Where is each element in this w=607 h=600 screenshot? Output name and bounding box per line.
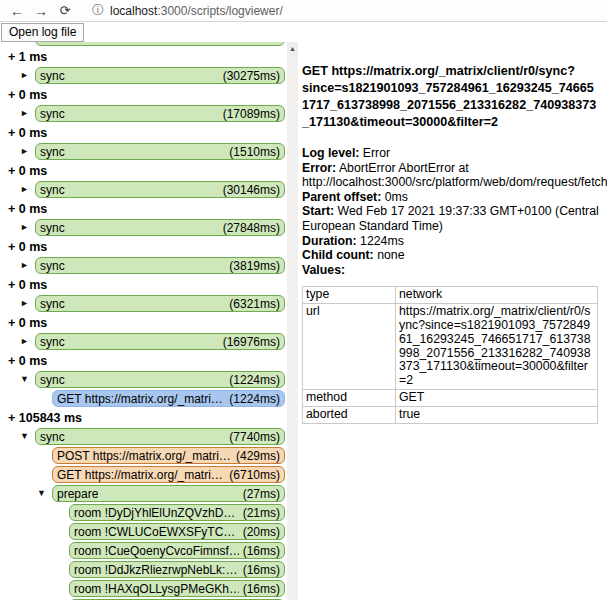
tree-scrollbar[interactable]: ▲ <box>287 42 298 600</box>
time-offset-label: + 1 ms <box>0 47 287 66</box>
log-item-box[interactable] <box>35 42 285 46</box>
log-item-box[interactable]: sync(17089ms) <box>35 105 285 122</box>
expand-arrow-icon[interactable]: ► <box>20 335 29 347</box>
reload-icon[interactable]: ⟳ <box>56 1 74 21</box>
detail-field: Child count: none <box>302 248 601 263</box>
log-item-duration: (429ms) <box>232 449 280 463</box>
log-item-duration: (7740ms) <box>225 430 280 444</box>
expand-arrow-icon[interactable]: ► <box>20 145 29 157</box>
log-item-duration: (6321ms) <box>225 297 280 311</box>
log-item-box[interactable]: sync(1510ms) <box>35 143 285 160</box>
expand-arrow-icon[interactable]: ► <box>20 107 29 119</box>
log-item-box[interactable]: sync(30146ms) <box>35 181 285 198</box>
log-item-duration: (16976ms) <box>219 335 280 349</box>
log-item-duration: (27848ms) <box>219 221 280 235</box>
log-item-box[interactable]: room !CWLUCoEWXSFyTC…(20ms) <box>69 523 285 540</box>
log-item-duration: (16ms) <box>239 544 280 558</box>
log-item-label: room !DdJkzRliezrwpNebLk:… <box>74 563 237 577</box>
log-item-duration: (16ms) <box>239 563 280 577</box>
log-item-box[interactable]: room !HAXqOLLysgPMeGKh…(16ms) <box>69 580 285 597</box>
back-icon[interactable]: ← <box>8 1 26 21</box>
field-label: Values: <box>302 263 345 277</box>
value-content: true <box>396 406 598 423</box>
value-key: type <box>303 287 396 304</box>
log-item: ▼sync(7740ms) <box>0 427 287 446</box>
expand-arrow-icon[interactable]: ► <box>20 297 29 309</box>
time-offset-label: + 0 ms <box>0 199 287 218</box>
log-item-label: POST https://matrix.org/_matri… <box>57 449 231 463</box>
offset-text: + 0 ms <box>0 88 47 102</box>
log-item-box[interactable]: POST https://matrix.org/_matri…(429ms) <box>52 447 285 464</box>
log-item-duration: (1224ms) <box>225 392 280 406</box>
log-item-label: prepare <box>57 487 98 501</box>
collapse-arrow-icon[interactable]: ▼ <box>20 373 29 385</box>
log-item: ▼prepare(27ms) <box>0 484 287 503</box>
log-item: room !HAXqOLLysgPMeGKh…(16ms) <box>0 579 287 598</box>
log-item-label: room !DyDjYhlElUnZQVzhD… <box>74 506 235 520</box>
log-item-box[interactable]: sync(16976ms) <box>35 333 285 350</box>
log-item-box[interactable]: sync(6321ms) <box>35 295 285 312</box>
detail-title: GET https://matrix.org/_matrix/client/r0… <box>302 63 599 131</box>
time-offset-label: + 0 ms <box>0 85 287 104</box>
values-table-row: abortedtrue <box>303 406 598 423</box>
expand-arrow-icon[interactable]: ► <box>20 259 29 271</box>
log-item-duration: (16ms) <box>239 582 280 596</box>
offset-text: + 0 ms <box>0 316 47 330</box>
offset-text: + 105843 ms <box>0 411 82 425</box>
log-item-label: room !CueQoenyCvcoFimnsf… <box>74 544 239 558</box>
log-item: room !CueQoenyCvcoFimnsf…(16ms) <box>0 541 287 560</box>
offset-text: + 0 ms <box>0 278 47 292</box>
collapse-arrow-icon[interactable]: ▼ <box>37 487 46 499</box>
log-item-label: sync <box>40 335 65 349</box>
field-label: Error: <box>302 161 336 175</box>
log-item-duration: (27ms) <box>239 487 280 501</box>
log-tree-panel: + 1 ms►sync(30275ms)+ 0 ms►sync(17089ms)… <box>0 42 298 600</box>
expand-arrow-icon[interactable]: ► <box>20 221 29 233</box>
log-item-box[interactable]: room !DyDjYhlElUnZQVzhD…(21ms) <box>69 504 285 521</box>
log-item: ▼sync(1224ms) <box>0 370 287 389</box>
offset-text: + 0 ms <box>0 240 47 254</box>
log-item-box[interactable]: sync(7740ms) <box>35 428 285 445</box>
expand-arrow-icon[interactable]: ► <box>20 183 29 195</box>
expand-arrow-icon[interactable]: ► <box>20 69 29 81</box>
collapse-arrow-icon[interactable]: ▼ <box>20 430 29 442</box>
log-item-duration: (1224ms) <box>225 373 280 387</box>
detail-fields: Log level: ErrorError: AbortError AbortE… <box>302 146 601 277</box>
value-content: network <box>396 287 598 304</box>
log-item-label: sync <box>40 107 65 121</box>
log-item-duration: (21ms) <box>239 506 280 520</box>
log-item-duration: (30275ms) <box>219 69 280 83</box>
log-item-box[interactable]: room !DdJkzRliezrwpNebLk:…(16ms) <box>69 561 285 578</box>
time-offset-label: + 105843 ms <box>0 408 287 427</box>
log-item-duration: (17089ms) <box>219 107 280 121</box>
info-icon[interactable]: ⓘ <box>92 2 104 19</box>
log-item: ►sync(30275ms) <box>0 66 287 85</box>
field-label: Log level: <box>302 146 359 160</box>
forward-icon[interactable]: → <box>32 1 50 21</box>
log-item-box[interactable]: sync(1224ms) <box>35 371 285 388</box>
log-tree: + 1 ms►sync(30275ms)+ 0 ms►sync(17089ms)… <box>0 42 287 600</box>
log-item-duration: (3819ms) <box>225 259 280 273</box>
detail-field: Values: <box>302 263 601 278</box>
log-item: ►sync(27848ms) <box>0 218 287 237</box>
log-item: room !CWLUCoEWXSFyTC…(20ms) <box>0 522 287 541</box>
log-item-label: sync <box>40 183 65 197</box>
log-item-box[interactable]: sync(27848ms) <box>35 219 285 236</box>
scroll-up-icon[interactable]: ▲ <box>287 42 298 55</box>
log-item-box[interactable]: sync(3819ms) <box>35 257 285 274</box>
log-item: ►sync(16976ms) <box>0 332 287 351</box>
log-item: GET https://matrix.org/_matri…(6710ms) <box>0 465 287 484</box>
log-item-selected: GET https://matrix.org/_matri…(1224ms) <box>0 389 287 408</box>
log-item-duration: (20ms) <box>239 525 280 539</box>
url-path: :3000/scripts/logviewer/ <box>157 4 282 18</box>
time-offset-label: + 0 ms <box>0 351 287 370</box>
log-item-box[interactable]: room !CueQoenyCvcoFimnsf…(16ms) <box>69 542 285 559</box>
log-item-box[interactable]: GET https://matrix.org/_matri…(6710ms) <box>52 466 285 483</box>
log-item-box[interactable]: sync(30275ms) <box>35 67 285 84</box>
log-item-box[interactable]: prepare(27ms) <box>52 485 285 502</box>
offset-text: + 0 ms <box>0 126 47 140</box>
open-log-file-button[interactable]: Open log file <box>1 23 84 42</box>
log-item-box[interactable]: GET https://matrix.org/_matri…(1224ms) <box>52 390 285 407</box>
address-bar[interactable]: localhost:3000/scripts/logviewer/ <box>110 4 283 18</box>
offset-text: + 0 ms <box>0 164 47 178</box>
